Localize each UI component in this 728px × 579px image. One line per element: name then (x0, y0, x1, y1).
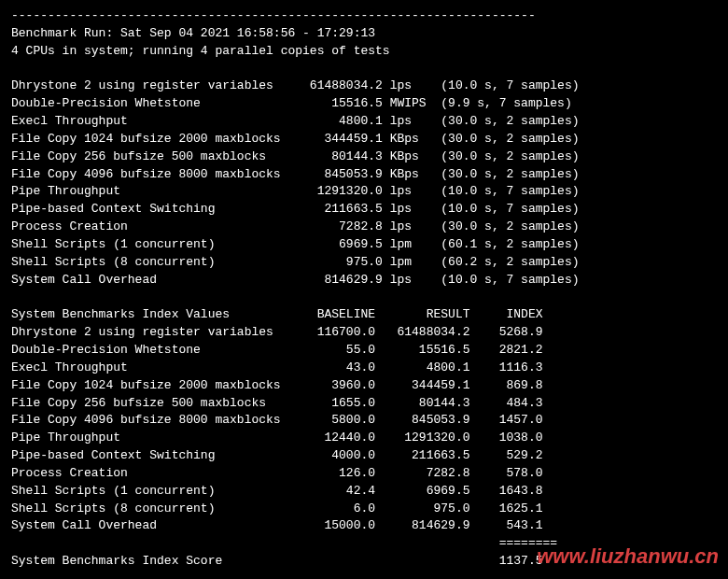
index-row: Double-Precision Whetstone 55.0 15516.5 … (11, 342, 717, 360)
results-block: Dhrystone 2 using register variables 614… (11, 78, 717, 289)
index-row: File Copy 256 bufsize 500 maxblocks 1655… (11, 395, 717, 413)
gap (11, 290, 717, 307)
index-row: File Copy 4096 bufsize 8000 maxblocks 58… (11, 412, 717, 430)
gap (11, 571, 717, 579)
divider-line: ----------------------------------------… (11, 7, 717, 25)
result-row: Shell Scripts (8 concurrent) 975.0 lpm (… (11, 254, 717, 272)
result-row: Execl Throughput 4800.1 lps (30.0 s, 2 s… (11, 113, 717, 131)
result-row: Shell Scripts (1 concurrent) 6969.5 lpm … (11, 236, 717, 254)
result-row: Double-Precision Whetstone 15516.5 MWIPS… (11, 95, 717, 113)
index-row: Pipe Throughput 12440.0 1291320.0 1038.0 (11, 430, 717, 447)
index-row: Shell Scripts (1 concurrent) 42.4 6969.5… (11, 483, 717, 501)
gap (11, 61, 717, 78)
index-row: Shell Scripts (8 concurrent) 6.0 975.0 1… (11, 501, 717, 518)
result-row: Pipe Throughput 1291320.0 lps (10.0 s, 7… (11, 183, 717, 201)
result-row: File Copy 1024 bufsize 2000 maxblocks 34… (11, 131, 717, 148)
index-row: Execl Throughput 43.0 4800.1 1116.3 (11, 360, 717, 377)
benchmark-run-line: Benchmark Run: Sat Sep 04 2021 16:58:56 … (11, 25, 717, 43)
result-row: Pipe-based Context Switching 211663.5 lp… (11, 201, 717, 219)
index-row: System Call Overhead 15000.0 814629.9 54… (11, 517, 717, 535)
index-row: Dhrystone 2 using register variables 116… (11, 324, 717, 342)
result-row: Dhrystone 2 using register variables 614… (11, 78, 717, 95)
index-row: Process Creation 126.0 7282.8 578.0 (11, 465, 717, 483)
result-row: Process Creation 7282.8 lps (30.0 s, 2 s… (11, 219, 717, 236)
cpu-info-line: 4 CPUs in system; running 4 parallel cop… (11, 43, 717, 61)
watermark: www.liuzhanwu.cn (537, 542, 719, 572)
result-row: System Call Overhead 814629.9 lps (10.0 … (11, 272, 717, 290)
index-block: Dhrystone 2 using register variables 116… (11, 324, 717, 535)
index-row: Pipe-based Context Switching 4000.0 2116… (11, 447, 717, 465)
index-row: File Copy 1024 bufsize 2000 maxblocks 39… (11, 377, 717, 395)
index-header-row: System Benchmarks Index Values BASELINE … (11, 306, 717, 324)
result-row: File Copy 256 bufsize 500 maxblocks 8014… (11, 148, 717, 166)
result-row: File Copy 4096 bufsize 8000 maxblocks 84… (11, 166, 717, 184)
